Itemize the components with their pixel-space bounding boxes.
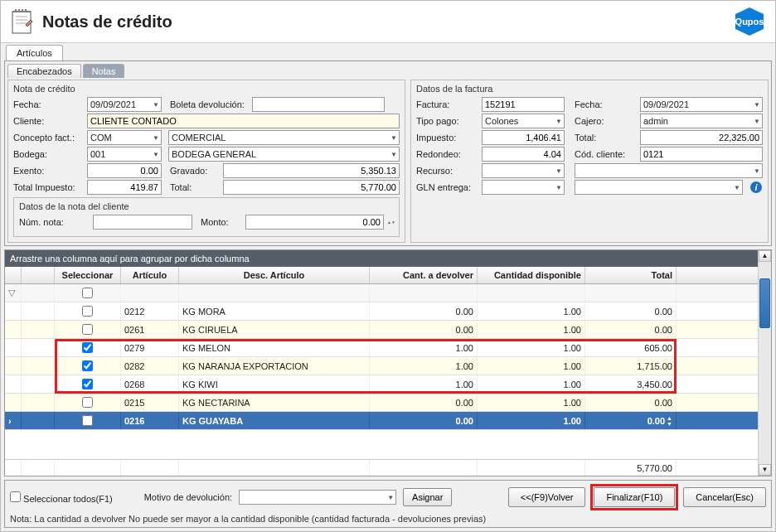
col-disp[interactable]: Cantidad disponible xyxy=(478,267,585,283)
notepad-icon xyxy=(9,8,36,35)
grid-body: 0212KG MORA0.001.000.000261KG CIRUELA0.0… xyxy=(5,302,758,459)
row-checkbox[interactable] xyxy=(82,342,93,353)
row-checkbox[interactable] xyxy=(82,360,93,371)
col-desc[interactable]: Desc. Artículo xyxy=(179,267,370,283)
qupos-logo: Qupos xyxy=(732,6,767,37)
col-articulo[interactable]: Artículo xyxy=(121,267,179,283)
finalizar-highlight: Finalizar(F10) xyxy=(590,484,678,510)
cliente-input[interactable] xyxy=(87,114,400,128)
tab-articulos[interactable]: Artículos xyxy=(6,45,63,60)
table-row[interactable]: 0261KG CIRUELA0.001.000.00 xyxy=(5,321,758,339)
monto-input[interactable] xyxy=(245,215,384,230)
gravado-label: Gravado: xyxy=(170,166,220,176)
table-row[interactable]: 0212KG MORA0.001.000.00 xyxy=(5,302,758,321)
finalizar-button[interactable]: Finalizar(F10) xyxy=(594,487,675,507)
volver-button[interactable]: <<(F9)Volver xyxy=(508,487,586,507)
scroll-down-icon[interactable]: ▼ xyxy=(759,464,771,476)
form-panel: Encabezados Notas Nota de crédito Fecha:… xyxy=(4,60,772,246)
fact-fecha-label: Fecha: xyxy=(575,99,637,109)
tipopago-input[interactable]: Colones▼ xyxy=(482,114,565,128)
fact-fecha-input[interactable]: 09/09/2021▼ xyxy=(640,97,763,112)
nota-legend: Nota de crédito xyxy=(13,84,400,94)
gln-input[interactable]: ▼ xyxy=(482,180,565,195)
scroll-thumb[interactable] xyxy=(759,278,770,328)
selall-checkbox-label[interactable]: Seleccionar todos(F1) xyxy=(10,491,113,504)
bodega-label: Bodega: xyxy=(13,149,84,159)
table-row[interactable]: 0279KG MELON1.001.00605.00 xyxy=(5,339,758,357)
red-label: Redondeo: xyxy=(416,149,478,159)
rec-input2[interactable]: ▼ xyxy=(575,163,763,178)
cliente-label: Cliente: xyxy=(13,116,84,126)
row-checkbox[interactable] xyxy=(82,306,93,317)
table-row[interactable]: ›0216KG GUAYABA0.001.000.00 ▲▼ xyxy=(5,412,758,430)
timp-label: Total Impuesto: xyxy=(13,182,84,192)
total-label: Total: xyxy=(170,182,220,192)
imp-input[interactable] xyxy=(482,130,565,145)
exento-input[interactable] xyxy=(87,163,162,178)
fact-total-input[interactable] xyxy=(640,130,763,145)
gravado-input[interactable] xyxy=(223,163,400,178)
cancelar-button[interactable]: Cancelar(Esc) xyxy=(683,487,766,507)
concepto-desc[interactable]: COMERCIAL▼ xyxy=(168,130,400,145)
numnota-input[interactable] xyxy=(93,215,192,230)
vertical-scrollbar[interactable]: ▲ ▼ xyxy=(758,250,771,476)
grid-groupbar[interactable]: Arrastre una columna aquí para agrupar p… xyxy=(5,250,758,267)
chevron-down-icon: ▼ xyxy=(153,101,159,109)
timp-input[interactable] xyxy=(87,180,162,195)
col-total[interactable]: Total xyxy=(585,267,677,283)
row-checkbox[interactable] xyxy=(82,379,93,389)
imp-label: Impuesto: xyxy=(416,133,478,143)
row-checkbox[interactable] xyxy=(82,397,93,408)
table-row[interactable]: 0268KG KIWI1.001.003,450.00 xyxy=(5,375,758,394)
boleta-input[interactable] xyxy=(252,97,385,112)
factura-group: Datos de la factura Factura: Fecha: 09/0… xyxy=(410,80,769,243)
grid-header: Seleccionar Artículo Desc. Artículo Cant… xyxy=(5,267,758,284)
page-title: Notas de crédito xyxy=(42,12,172,31)
main-tabs: Artículos xyxy=(1,43,775,60)
svg-point-4 xyxy=(25,9,27,11)
scroll-up-icon[interactable]: ▲ xyxy=(759,250,771,262)
cajero-label: Cajero: xyxy=(575,116,637,126)
grid-filter-row: ▽ xyxy=(5,284,758,302)
table-row[interactable]: 0282KG NARANJA EXPORTACION1.001.001,715.… xyxy=(5,357,758,375)
cod-label: Cód. cliente: xyxy=(575,149,637,159)
gln-label: GLN entrega: xyxy=(416,182,478,192)
info-icon[interactable]: i xyxy=(749,181,763,194)
asignar-button[interactable]: Asignar xyxy=(403,488,452,506)
bodega-desc[interactable]: BODEGA GENERAL▼ xyxy=(168,147,400,162)
concepto-code[interactable]: COM▼ xyxy=(87,130,162,145)
monto-label: Monto: xyxy=(201,217,242,227)
row-checkbox[interactable] xyxy=(82,415,93,426)
svg-text:Qupos: Qupos xyxy=(735,17,764,27)
grid-footer: 5,770.00 xyxy=(5,459,758,476)
gln-input2[interactable]: ▼ xyxy=(575,180,743,195)
fecha-input[interactable]: 09/09/2021▼ xyxy=(87,97,162,112)
nota-cliente-legend: Datos de la nota del cliente xyxy=(19,201,394,211)
footer-bar: Seleccionar todos(F1) Motivo de devoluci… xyxy=(4,480,772,528)
cod-input[interactable] xyxy=(640,147,763,162)
rec-input[interactable]: ▼ xyxy=(482,163,565,178)
grid-sum-total: 5,770.00 xyxy=(585,460,677,476)
selall-checkbox[interactable] xyxy=(10,491,21,502)
fact-total-label: Total: xyxy=(575,133,637,143)
spin-icon[interactable]: ▲▼ xyxy=(387,220,394,225)
cajero-input[interactable]: admin▼ xyxy=(640,114,763,128)
tab-notas[interactable]: Notas xyxy=(83,64,125,78)
window-header: Notas de crédito Qupos xyxy=(1,1,775,43)
factura-legend: Datos de la factura xyxy=(416,84,763,94)
filter-sel-checkbox[interactable] xyxy=(82,288,93,298)
factura-input[interactable] xyxy=(482,97,565,112)
nota-credito-group: Nota de crédito Fecha: 09/09/2021▼ Bolet… xyxy=(7,80,405,243)
total-input[interactable] xyxy=(223,180,400,195)
motivo-combo[interactable]: ▼ xyxy=(239,490,396,505)
table-row[interactable]: 0215KG NECTARINA0.001.000.00 xyxy=(5,394,758,412)
col-seleccionar[interactable]: Seleccionar xyxy=(55,267,121,283)
boleta-label: Boleta devolución: xyxy=(170,99,249,109)
red-input[interactable] xyxy=(482,147,565,162)
row-checkbox[interactable] xyxy=(82,324,93,335)
tab-encabezados[interactable]: Encabezados xyxy=(7,64,81,78)
col-cant[interactable]: Cant. a devolver xyxy=(370,267,478,283)
filter-icon[interactable]: ▽ xyxy=(5,284,22,302)
fecha-label: Fecha: xyxy=(13,99,84,109)
bodega-code[interactable]: 001▼ xyxy=(87,147,162,162)
